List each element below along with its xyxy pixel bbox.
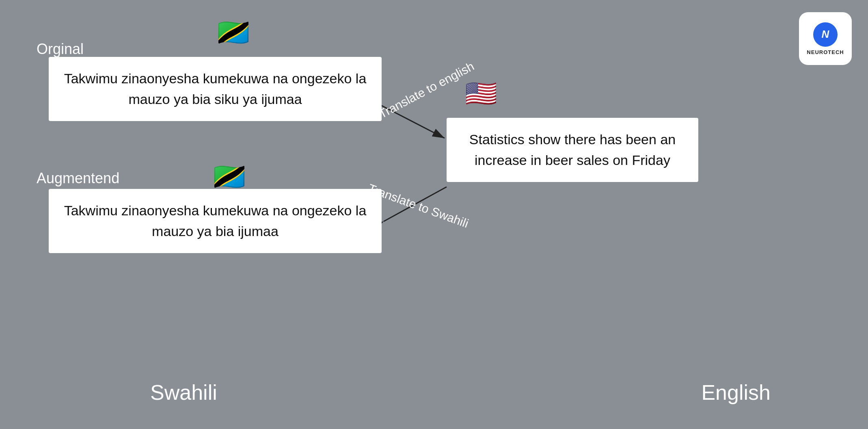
tanzania-flag-top: 🇹🇿 <box>215 14 252 51</box>
augmented-label: Augmentend <box>37 170 119 187</box>
english-label: English <box>701 380 771 405</box>
logo-name: NEUROTECH <box>807 49 844 55</box>
logo-letter: N <box>822 28 829 41</box>
augmented-swahili-box: Takwimu zinaonyesha kumekuwa na ongezeko… <box>49 189 382 253</box>
logo-icon: N <box>813 22 838 47</box>
us-flag: 🇺🇸 <box>463 75 499 112</box>
original-label: Orginal <box>37 41 84 58</box>
english-translation-box: Statistics show there has been an increa… <box>447 118 698 182</box>
original-swahili-box: Takwimu zinaonyesha kumekuwa na ongezeko… <box>49 57 382 121</box>
translate-to-swahili-label: Translate to Swahili <box>366 181 471 230</box>
swahili-label: Swahili <box>150 380 217 405</box>
neurotech-logo: N NEUROTECH <box>799 12 852 65</box>
translate-to-english-label: Translate to english <box>376 59 476 121</box>
